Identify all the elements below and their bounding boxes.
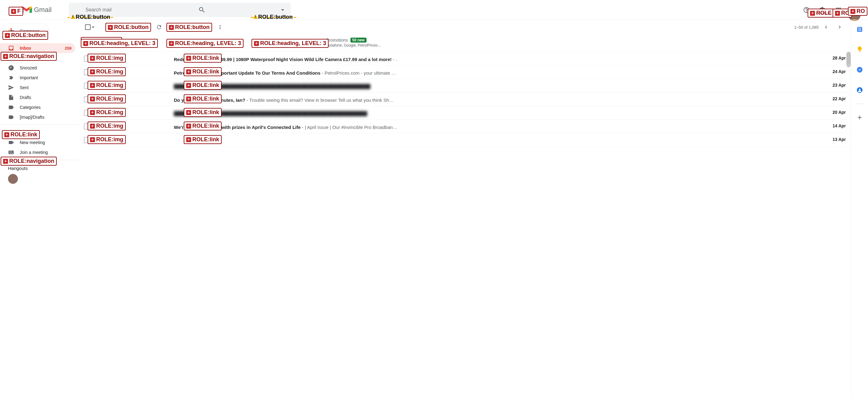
contacts-addon[interactable] [853,83,866,97]
row-body: PetrolPrices.com - Important Update To O… [174,68,827,75]
plus-icon [856,114,863,121]
next-page-button[interactable] [834,21,846,33]
message-row[interactable]: fone We're showering you with prizes in … [79,120,851,133]
row-date: 20 Apr [827,109,846,115]
sidebar-item-label: Inbox [20,45,31,51]
gmail-logo[interactable]: Gmail [21,5,52,14]
annotation-badge: ROLE:link [184,54,222,63]
calendar-addon[interactable]: 31 [853,22,866,36]
sidebar: Compose ROLE:button Inbox 259 Starred Sn… [0,20,79,396]
get-addons[interactable] [853,111,866,124]
sidebar-item-label: New meeting [20,140,45,145]
annotation-badge: F [9,7,23,16]
sidebar-item-drafts[interactable]: Drafts [0,93,75,102]
row-date: 22 Apr [827,96,846,101]
annotation-badge: ROLE:link [184,94,222,103]
sidebar-item-important[interactable]: Important [0,73,75,83]
row-body: Do you have a few minutes, Ian? - Troubl… [174,96,827,103]
annotation-badge: ROLE:img [88,94,126,103]
sidebar-item-label: Categories [20,105,41,110]
row-body: Reduced! iPad Mini £49.99 | 1080P Waterp… [174,55,827,62]
row-date: 24 Apr [827,68,846,74]
annotation-badge: ROLE:link [184,67,222,76]
refresh-button[interactable] [153,21,165,33]
annotation-badge: RO [848,7,867,16]
annotation-badge: ROLE:img [88,54,126,63]
sidebar-item-label: Important [20,75,38,80]
chevron-left-icon [823,24,829,30]
message-row[interactable]: lPrices.com PetrolPrices.com - Important… [79,65,851,79]
annotation-badge: ROLE:img [88,81,126,90]
message-row[interactable]: lPrices.com 13 Apr ROLE:img ROLE:link [79,133,851,147]
side-panel: 31 [851,20,868,396]
chevron-down-icon [92,27,94,28]
label-icon [8,114,14,120]
message-row[interactable]: fone Do you have a few minutes, Ian? - T… [79,93,851,106]
annotation-badge: ROLE:img [88,122,126,130]
annotation-badge: ROLE:img [88,108,126,117]
tab-label: Promotions [326,38,348,42]
sidebar-item-categories[interactable]: Categories [0,102,75,112]
search-input[interactable] [73,7,279,13]
sidebar-item-label: Join a meeting [20,150,48,155]
annotation-badge: ROLE:navigation [1,157,57,165]
inbox-count: 259 [65,46,71,51]
paging-text: 1–50 of 1,085 [794,25,819,30]
annotation-badge: ROLE:navigation [1,52,57,61]
annotation-badge: ROLE:heading, LEVEL: 3 [251,39,329,48]
row-subject-line: We're showering you with prizes in April… [174,125,827,130]
warning-icon [70,14,75,19]
row-subject-line: ████████████████████████████████████████… [174,84,827,89]
refresh-icon [156,24,162,30]
hangouts-avatar [8,174,18,184]
message-row[interactable]: lPrices.com Reduced! iPad Mini £49.99 | … [79,52,851,65]
sidebar-item-imap-drafts[interactable]: [Imap]/Drafts [0,112,75,122]
label-icon [8,104,14,111]
header: Gmail ROLE:button ROLE:button F ROLE RO … [0,0,868,20]
annotation-role-button: ROLE:button [75,14,110,20]
checkbox-icon [85,24,91,30]
search-options-icon[interactable] [279,6,286,13]
toolbar: ROLE:button ROLE:button 1–50 of 1,085 [79,20,851,34]
tab-sublabel: Vodafone, Google, PetrolPrices… [326,43,381,48]
search-icon[interactable] [198,6,206,13]
svg-text:31: 31 [858,28,862,31]
warning-icon [253,14,258,19]
row-body: ████████████████████████████████████████… [174,109,827,116]
annotation-badge: ROLE:link [184,81,222,90]
annotation-badge: ROLE:heading, LEVEL: 3 [166,39,244,48]
sent-icon [8,85,14,91]
more-vert-icon [217,24,223,30]
sidebar-item-sent[interactable]: Sent [0,83,75,93]
annotation-badge: ROLE:img [88,67,126,76]
annotation-badge: ROLE:heading, LEVEL: 3 [81,39,158,48]
more-button[interactable] [214,21,226,33]
row-subject-line: Reduced! iPad Mini £49.99 | 1080P Waterp… [174,57,827,62]
row-date: 14 Apr [827,123,846,128]
calendar-icon: 31 [856,26,863,32]
chevron-right-icon [837,24,843,30]
drafts-icon [8,94,14,100]
message-row[interactable]: ████████ . █████████████████████████████… [79,79,851,93]
sidebar-divider [0,125,79,125]
row-date: 13 Apr [827,136,846,142]
new-badge: 50 new [350,38,367,42]
row-subject-line: PetrolPrices.com - Important Update To O… [174,70,827,75]
video-icon [8,140,14,146]
row-date: 28 Apr [827,55,846,60]
annotation-badge: ROLE:link [2,130,40,139]
tasks-addon[interactable] [853,63,866,77]
hangouts-user[interactable] [0,173,79,185]
meet-join-meeting[interactable]: Join a meeting [0,147,75,157]
annotation-badge: ROLE:img [88,135,126,144]
keep-addon[interactable] [853,42,866,56]
important-icon [8,74,14,81]
message-row[interactable]: ████████ ███████████████████████████████… [79,106,851,120]
paging: 1–50 of 1,085 [794,21,846,33]
annotation-badge: ROLE:button [2,31,48,40]
row-body: We're showering you with prizes in April… [174,123,827,130]
gmail-logo-text: Gmail [34,6,52,14]
prev-page-button[interactable] [820,21,832,33]
sidebar-item-snoozed[interactable]: Snoozed [0,63,75,73]
select-all-checkbox[interactable] [84,23,96,31]
